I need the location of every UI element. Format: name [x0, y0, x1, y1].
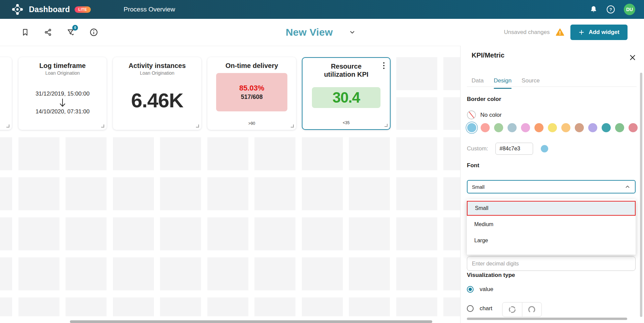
grid-tile — [207, 257, 248, 290]
card-title-line1: Resource — [324, 62, 368, 70]
grid-tile — [302, 257, 343, 290]
color-swatch[interactable] — [602, 123, 611, 132]
widget-card-partial[interactable] — [0, 57, 12, 130]
grid-tile — [66, 297, 107, 316]
widget-card-on-time-delivery[interactable]: On-time delivery 85.03% 517/608 >90 — [207, 57, 296, 130]
warning-icon — [556, 28, 564, 36]
color-swatch[interactable] — [615, 123, 624, 132]
resize-handle[interactable] — [385, 124, 388, 127]
kpi-fraction: 517/608 — [241, 94, 263, 101]
kpi-value: 6.46K — [131, 89, 183, 112]
color-swatch[interactable] — [481, 123, 490, 132]
color-swatch[interactable] — [467, 123, 476, 132]
grid-tile — [113, 297, 154, 316]
visualization-option-chart[interactable]: chart — [467, 305, 492, 312]
font-option-medium[interactable]: Medium — [467, 217, 636, 232]
font-option-large[interactable]: Large — [467, 233, 636, 248]
color-swatch[interactable] — [521, 123, 530, 132]
view-title-chevron-down-icon[interactable] — [349, 29, 356, 36]
visualization-option-value[interactable]: value — [467, 286, 493, 293]
grid-tile — [349, 137, 390, 170]
plus-icon — [578, 29, 585, 35]
grid-tile — [396, 97, 437, 130]
custom-color-label: Custom: — [467, 145, 488, 152]
radio-label: chart — [480, 305, 492, 312]
border-color-heading: Border color — [467, 96, 501, 103]
color-swatch[interactable] — [534, 123, 544, 132]
filter-button[interactable]: 0 — [67, 28, 75, 37]
grid-tile — [113, 137, 154, 170]
widget-card-resource-utilization[interactable]: Resource utilization KPI 30.4 <35 — [302, 57, 391, 130]
bookmark-button[interactable] — [21, 28, 30, 37]
card-title: On-time delivery — [226, 62, 278, 70]
view-title: New View — [286, 27, 333, 38]
panel-title: KPI/Metric — [472, 51, 505, 59]
decimal-digits-input[interactable] — [467, 256, 636, 271]
color-swatch[interactable] — [575, 123, 584, 132]
gauge-chart-icon[interactable] — [522, 302, 542, 317]
resize-handle[interactable] — [101, 124, 104, 128]
grid-tile — [254, 217, 295, 250]
grid-tile — [0, 177, 12, 210]
help-icon[interactable]: ? — [606, 5, 615, 14]
radio-label: value — [480, 286, 493, 293]
card-title: Log timeframe — [39, 62, 86, 70]
grid-tile — [254, 257, 295, 290]
app-root: Dashboard LITE Process Overview ? DU — [0, 0, 644, 323]
grid-tile — [207, 297, 248, 316]
grid-tile — [302, 297, 343, 316]
grid-tile — [0, 257, 12, 290]
radio-selected-icon[interactable] — [467, 286, 474, 293]
resize-handle[interactable] — [6, 124, 9, 128]
color-swatch[interactable] — [508, 123, 517, 132]
widget-card-activity-instances[interactable]: Activity instances Loan Origination 6.46… — [113, 57, 201, 130]
no-color-option[interactable]: No color — [467, 110, 501, 119]
resize-handle[interactable] — [291, 124, 294, 128]
grid-tile — [396, 297, 437, 316]
card-menu-kebab-icon[interactable] — [381, 61, 387, 70]
grid-tile — [113, 217, 154, 250]
widget-settings-panel: KPI/Metric DataDesignSource Border color… — [460, 46, 644, 323]
tabs-divider — [467, 86, 637, 87]
color-swatch[interactable] — [548, 123, 557, 132]
user-avatar[interactable]: DU — [624, 4, 635, 15]
grid-tile — [0, 297, 12, 316]
kpi-value: 30.4 — [332, 89, 360, 106]
custom-color-input[interactable] — [495, 143, 533, 155]
timeframe-end: 14/10/2020, 07:31:00 — [36, 108, 90, 116]
radio-unselected-icon[interactable] — [467, 305, 474, 312]
font-option-small[interactable]: Small — [467, 201, 636, 216]
close-icon[interactable] — [629, 54, 636, 61]
canvas-horizontal-scrollbar[interactable] — [70, 320, 432, 323]
panel-horizontal-scrollbar[interactable] — [467, 318, 627, 320]
donut-chart-icon[interactable] — [502, 302, 522, 317]
resize-handle[interactable] — [196, 124, 199, 128]
color-swatch[interactable] — [588, 123, 597, 132]
font-select[interactable]: Small — [467, 180, 636, 193]
grid-tile — [66, 217, 107, 250]
grid-tile — [0, 217, 12, 250]
view-toolbar: 0 New View Unsaved changes — [0, 19, 644, 46]
grid-tile — [349, 297, 390, 316]
color-swatch[interactable] — [629, 123, 638, 132]
chevron-up-icon — [625, 184, 631, 190]
lite-badge: LITE — [75, 6, 91, 13]
color-swatch[interactable] — [561, 123, 570, 132]
grid-tile — [66, 137, 107, 170]
grid-tile — [349, 217, 390, 250]
color-swatch[interactable] — [494, 123, 503, 132]
grid-tile — [254, 297, 295, 316]
visualization-type-heading: Visualization type — [467, 272, 515, 279]
widget-card-log-timeframe[interactable]: Log timeframe Loan Origination 31/12/201… — [18, 57, 107, 130]
grid-tile — [302, 137, 343, 170]
panel-vertical-scrollbar[interactable] — [640, 73, 642, 317]
add-widget-button[interactable]: Add widget — [570, 25, 628, 40]
grid-tile — [396, 177, 437, 210]
grid-tile — [18, 257, 59, 290]
color-swatch-row — [467, 123, 638, 132]
notifications-bell-icon[interactable] — [590, 5, 598, 13]
share-button[interactable] — [44, 28, 52, 37]
grid-tile — [396, 217, 437, 250]
grid-tile — [349, 177, 390, 210]
info-button[interactable] — [89, 28, 98, 37]
